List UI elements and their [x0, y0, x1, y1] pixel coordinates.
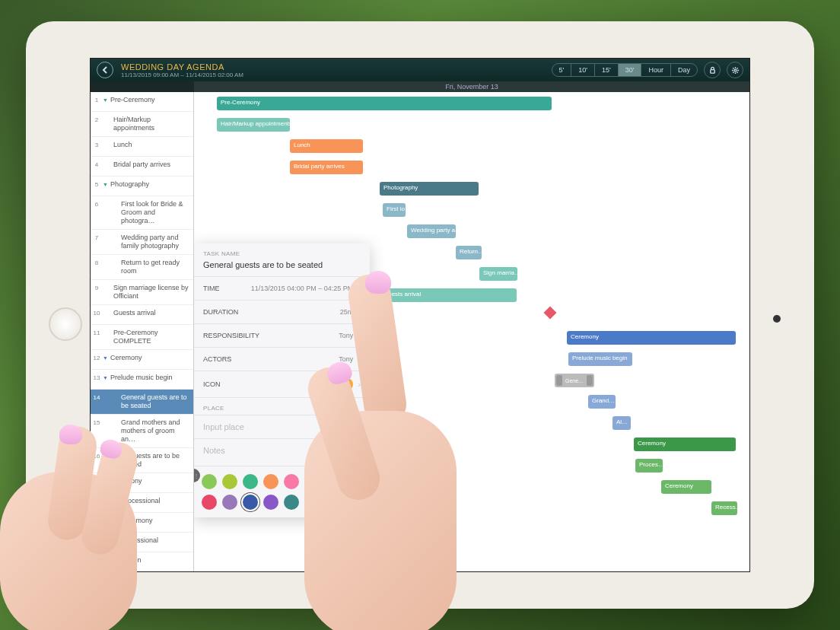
gantt-bar[interactable]: Recess…	[711, 501, 737, 515]
zoom-Hour[interactable]: Hour	[641, 64, 671, 76]
color-swatch[interactable]	[263, 495, 278, 510]
task-name-field[interactable]: General guests are to be seated	[203, 260, 361, 269]
zoom-segmented[interactable]: 5'10'15'30'HourDay	[552, 63, 698, 77]
color-swatch[interactable]	[243, 495, 258, 510]
task-row[interactable]: 9Sign marriage license by Officiant	[91, 280, 193, 305]
task-editor-popup: ⋮⋮ TASK NAME General guests are to be se…	[194, 243, 370, 517]
gantt-bar[interactable]: Proces…	[635, 459, 663, 473]
resize-handle-right[interactable]	[587, 375, 593, 386]
task-row[interactable]: 3Lunch	[91, 137, 193, 157]
task-row[interactable]: 20Recessional	[91, 533, 193, 552]
tablet-frame: WEDDING DAY AGENDA 11/13/2015 09:00 AM –…	[26, 21, 814, 609]
gantt-bar[interactable]: Hair/Markup appointments	[217, 118, 290, 132]
chevron-right-icon: ›	[358, 284, 361, 293]
app-title: WEDDING DAY AGENDA	[121, 62, 552, 72]
task-row[interactable]: 19Ceremony	[91, 513, 193, 533]
zoom-Day[interactable]: Day	[671, 64, 697, 76]
place-label: PLACE	[203, 405, 361, 412]
warning-icon: !	[341, 378, 353, 390]
resize-handle-left[interactable]	[556, 375, 562, 386]
gantt-bar[interactable]: Sign marria…	[479, 267, 517, 281]
color-swatch[interactable]	[243, 474, 258, 489]
task-row[interactable]: 5▼Photography	[91, 177, 193, 196]
task-row[interactable]: 16All guests are to be seated	[91, 448, 193, 473]
place-input[interactable]: Input place	[194, 415, 370, 439]
color-swatch[interactable]	[263, 474, 278, 489]
popup-row-duration[interactable]: DURATION25m›	[194, 301, 370, 324]
task-row[interactable]: 7Wedding party and family photography	[91, 230, 193, 255]
gantt-chart[interactable]: 08:3009:0009:3010:0010:3011:0011:3012:00…	[194, 92, 749, 571]
gantt-bar[interactable]: Prelude music begin	[568, 352, 632, 366]
selected-bar-label: Gene…	[564, 378, 585, 383]
task-row[interactable]: 13▼Prelude music begin	[91, 370, 193, 390]
popup-row-responsibility[interactable]: RESPONSIBILITYTony›	[194, 324, 370, 348]
gantt-bar[interactable]: Ceremony	[567, 331, 736, 345]
task-row[interactable]: 18Processional	[91, 493, 193, 513]
gantt-bar[interactable]: First lo…	[383, 203, 406, 217]
camera	[773, 315, 781, 323]
chevron-right-icon: ›	[358, 307, 361, 317]
popup-row-time[interactable]: TIME11/13/2015 04:00 PM – 04:25 PM›	[194, 277, 370, 301]
gantt-bar[interactable]: Ceremony	[634, 438, 736, 451]
gantt-bar[interactable]: Ceremony	[661, 480, 711, 494]
gantt-bar[interactable]: Photography	[380, 182, 479, 196]
gantt-bar[interactable]: Al…	[612, 416, 631, 430]
task-row[interactable]: 17▼Ceremony	[91, 473, 193, 493]
task-row[interactable]: 1▼Pre-Ceremony	[91, 92, 193, 112]
color-swatch[interactable]	[222, 495, 237, 510]
lock-button[interactable]	[704, 62, 721, 78]
chevron-right-icon: ›	[358, 331, 361, 340]
selected-bar[interactable]: Gene…	[555, 374, 594, 387]
expand-icon[interactable]: ▼	[103, 97, 108, 103]
task-row[interactable]: 6First look for Bride & Groom and photog…	[91, 196, 193, 230]
task-row[interactable]: 4Bridal party arrives	[91, 157, 193, 177]
task-sidebar: TASK 1▼Pre-Ceremony2Hair/Markup appointm…	[91, 92, 194, 571]
gantt-bar[interactable]: Pre-Ceremony	[217, 97, 552, 110]
zoom-10'[interactable]: 10'	[571, 64, 595, 76]
color-swatch[interactable]	[202, 495, 217, 510]
date-header: Fri, November 13	[91, 81, 749, 92]
color-swatch[interactable]	[222, 474, 237, 489]
gantt-bar[interactable]: Lunch	[290, 139, 363, 153]
task-row[interactable]: 14General guests are to be seated	[91, 390, 193, 415]
gantt-bar[interactable]: Guests arrival	[380, 288, 517, 302]
settings-button[interactable]	[727, 62, 743, 78]
color-swatch[interactable]	[325, 474, 340, 489]
color-swatch[interactable]	[304, 495, 320, 510]
zoom-30'[interactable]: 30'	[619, 64, 642, 76]
color-swatch[interactable]	[284, 474, 299, 489]
notes-input[interactable]: Notes	[194, 439, 370, 466]
zoom-15'[interactable]: 15'	[595, 64, 619, 76]
milestone-icon[interactable]	[544, 307, 557, 320]
gantt-bar[interactable]: Bridal party arrives	[290, 161, 363, 174]
color-swatch[interactable]	[345, 474, 361, 489]
color-swatch[interactable]	[202, 474, 217, 489]
task-row[interactable]: 2Hair/Markup appointments	[91, 112, 193, 137]
add-button[interactable]	[94, 550, 112, 568]
color-swatch[interactable]	[304, 474, 320, 489]
gantt-bar[interactable]: Return…	[456, 246, 482, 259]
zoom-5'[interactable]: 5'	[552, 64, 572, 76]
svg-point-1	[734, 69, 737, 72]
task-row[interactable]: 11Pre-Ceremony COMPLETE	[91, 325, 193, 350]
task-row[interactable]: 10Guests arrival	[91, 305, 193, 325]
task-row[interactable]: 12▼Ceremony	[91, 350, 193, 370]
home-button[interactable]	[49, 307, 82, 341]
color-picker	[194, 466, 370, 517]
expand-icon[interactable]: ▼	[103, 375, 108, 380]
color-swatch[interactable]	[284, 495, 299, 510]
gantt-bar[interactable]: Wedding party a…	[407, 224, 456, 238]
gantt-bar[interactable]: Grand…	[588, 395, 616, 409]
task-row[interactable]: 8Return to get ready room	[91, 255, 193, 280]
chevron-right-icon: ›	[358, 380, 361, 389]
svg-rect-0	[710, 69, 714, 73]
popup-row-actors[interactable]: ACTORSTony›	[194, 348, 370, 371]
popup-row-icon[interactable]: ICON!›	[194, 371, 370, 398]
back-button[interactable]	[97, 62, 113, 78]
date-range: 11/13/2015 09:00 AM – 11/14/2015 02:00 A…	[121, 72, 552, 78]
expand-icon[interactable]: ▼	[103, 479, 108, 484]
app-screen: WEDDING DAY AGENDA 11/13/2015 09:00 AM –…	[90, 58, 750, 572]
expand-icon[interactable]: ▼	[103, 355, 108, 361]
task-row[interactable]: 15Grand mothers and mothers of groom an…	[91, 415, 193, 448]
expand-icon[interactable]: ▼	[103, 182, 108, 187]
